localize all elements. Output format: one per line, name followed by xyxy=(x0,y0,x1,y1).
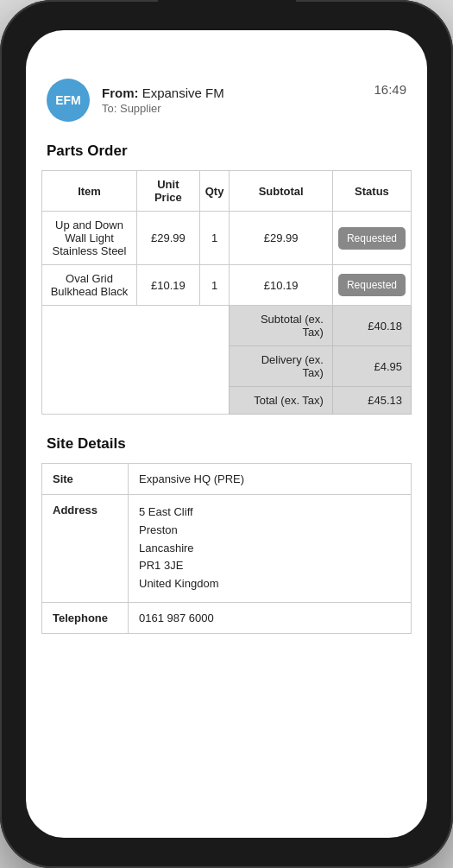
phone-screen: EFM From: Expansive FM To: Supplier 16:4… xyxy=(26,30,427,838)
to-name: Supplier xyxy=(120,102,161,115)
summary-label-delivery: Delivery (ex. Tax) xyxy=(230,346,333,387)
site-row-site: Site Expansive HQ (PRE) xyxy=(42,464,412,495)
item-qty-2: 1 xyxy=(199,265,230,306)
col-header-unit-price: Unit Price xyxy=(137,171,200,212)
summary-label-subtotal: Subtotal (ex. Tax) xyxy=(230,306,333,346)
summary-value-subtotal: £40.18 xyxy=(332,306,411,346)
item-name-2: Oval Grid Bulkhead Black xyxy=(42,265,137,306)
to-label: To: xyxy=(102,102,116,115)
item-subtotal-1: £29.99 xyxy=(230,212,333,265)
item-subtotal-2: £10.19 xyxy=(230,265,333,306)
email-time: 16:49 xyxy=(374,82,406,97)
summary-row-total: Total (ex. Tax) £45.13 xyxy=(42,387,412,415)
summary-row-subtotal: Subtotal (ex. Tax) £40.18 xyxy=(42,306,412,346)
from-name: Expansive FM xyxy=(142,86,224,100)
col-header-status: Status xyxy=(332,171,411,212)
summary-row-delivery: Delivery (ex. Tax) £4.95 xyxy=(42,346,412,387)
site-label-telephone: Telephone xyxy=(42,602,129,633)
phone-notch xyxy=(158,0,296,26)
site-value-address: 5 East CliffPrestonLancashirePR1 3JEUnit… xyxy=(129,495,412,603)
col-header-item: Item xyxy=(42,171,137,212)
item-qty-1: 1 xyxy=(199,212,230,265)
summary-value-total: £45.13 xyxy=(332,387,411,415)
from-line: From: Expansive FM xyxy=(102,86,362,100)
col-header-qty: Qty xyxy=(199,171,230,212)
screen-content[interactable]: EFM From: Expansive FM To: Supplier 16:4… xyxy=(26,30,427,838)
address-detail: 5 East CliffPrestonLancashirePR1 3JEUnit… xyxy=(139,504,400,593)
email-header: EFM From: Expansive FM To: Supplier 16:4… xyxy=(26,65,427,136)
item-name-1: Up and Down Wall Light Stainless Steel xyxy=(42,212,137,265)
summary-value-delivery: £4.95 xyxy=(332,346,411,387)
site-details-title: Site Details xyxy=(26,428,427,463)
item-price-2: £10.19 xyxy=(137,265,200,306)
site-row-address: Address 5 East CliffPrestonLancashirePR1… xyxy=(42,495,412,603)
status-button-1[interactable]: Requested xyxy=(338,227,406,250)
site-table: Site Expansive HQ (PRE) Address 5 East C… xyxy=(41,463,412,634)
table-row: Up and Down Wall Light Stainless Steel £… xyxy=(42,212,412,265)
item-status-1: Requested xyxy=(332,212,411,265)
phone-frame: EFM From: Expansive FM To: Supplier 16:4… xyxy=(0,0,453,868)
status-button-2[interactable]: Requested xyxy=(338,274,406,296)
avatar: EFM xyxy=(47,79,90,122)
item-status-2: Requested xyxy=(332,265,411,306)
to-line: To: Supplier xyxy=(102,102,362,115)
item-price-1: £29.99 xyxy=(137,212,200,265)
site-value-site: Expansive HQ (PRE) xyxy=(129,464,412,495)
summary-label-total: Total (ex. Tax) xyxy=(230,387,333,415)
table-row: Oval Grid Bulkhead Black £10.19 1 £10.19… xyxy=(42,265,412,306)
parts-order-title: Parts Order xyxy=(26,136,427,170)
site-value-telephone: 0161 987 6000 xyxy=(129,602,412,633)
site-label-address: Address xyxy=(42,495,129,603)
from-label: From: xyxy=(102,86,139,100)
col-header-subtotal: Subtotal xyxy=(230,171,333,212)
parts-table: Item Unit Price Qty Subtotal Status Up a… xyxy=(41,170,412,415)
site-label-site: Site xyxy=(42,464,129,495)
site-row-telephone: Telephone 0161 987 6000 xyxy=(42,602,412,633)
header-text: From: Expansive FM To: Supplier xyxy=(102,86,362,115)
